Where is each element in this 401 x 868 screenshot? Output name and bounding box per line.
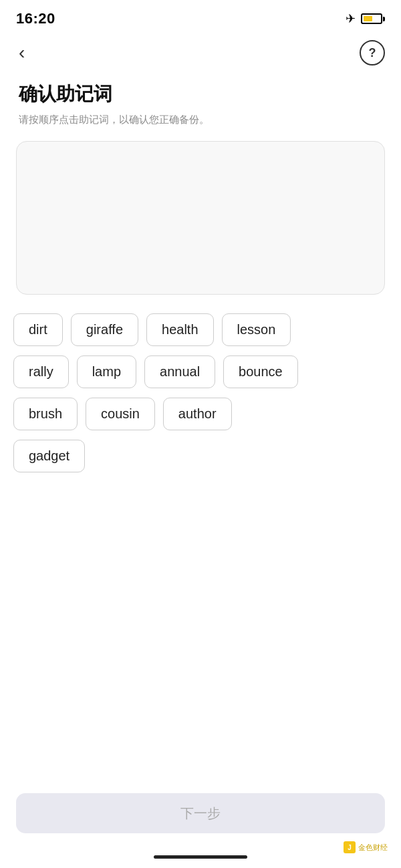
status-bar: 16:20 ✈ [0,0,401,35]
word-chip-annual[interactable]: annual [144,355,215,388]
word-row-1: rallylampannualbounce [13,355,388,388]
watermark-text: 金色财经 [358,843,388,853]
next-button[interactable]: 下一步 [16,793,385,833]
word-row-2: brushcousinauthor [13,398,388,430]
battery-body [361,13,382,24]
battery-icon [361,13,385,24]
home-indicator [154,855,247,859]
word-chip-author[interactable]: author [163,398,232,430]
airplane-icon: ✈ [346,11,356,26]
page-subtitle: 请按顺序点击助记词，以确认您正确备份。 [19,112,382,128]
word-chip-lesson[interactable]: lesson [222,313,291,346]
page-title: 确认助记词 [19,82,382,107]
word-chip-dirt[interactable]: dirt [13,313,63,346]
watermark: J 金色财经 [344,841,388,853]
watermark-icon: J [344,841,356,853]
word-chip-giraffe[interactable]: giraffe [71,313,138,346]
word-grid: dirtgiraffehealthlessonrallylampannualbo… [0,313,401,472]
help-button[interactable]: ? [360,40,385,65]
word-chip-lamp[interactable]: lamp [77,355,136,388]
word-chip-health[interactable]: health [146,313,214,346]
word-chip-rally[interactable]: rally [13,355,69,388]
next-button-wrapper: 下一步 [16,793,385,833]
battery-fill [364,16,372,21]
word-chip-bounce[interactable]: bounce [223,355,298,388]
page-header: 确认助记词 请按顺序点击助记词，以确认您正确备份。 [0,76,401,141]
status-icons: ✈ [346,11,385,26]
back-button[interactable]: ‹ [16,41,27,65]
battery-tip [383,17,385,21]
word-row-3: gadget [13,440,388,472]
word-chip-gadget[interactable]: gadget [13,440,85,472]
selection-area [16,141,385,295]
word-chip-brush[interactable]: brush [13,398,78,430]
word-row-0: dirtgiraffehealthlesson [13,313,388,346]
status-time: 16:20 [16,10,55,27]
word-chip-cousin[interactable]: cousin [86,398,155,430]
nav-bar: ‹ ? [0,35,401,76]
